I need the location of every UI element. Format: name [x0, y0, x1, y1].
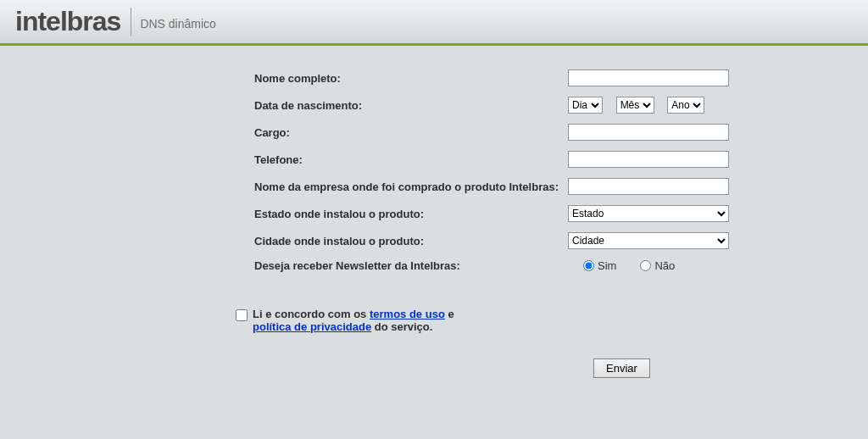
terms-suffix: do serviço. — [371, 320, 432, 333]
label-empresa: Nome da empresa onde foi comprado o prod… — [254, 181, 568, 193]
label-nome: Nome completo: — [254, 72, 568, 85]
input-telefone[interactable] — [568, 151, 729, 168]
radio-nao-item[interactable]: Não — [640, 259, 675, 272]
link-politica-privacidade[interactable]: política de privacidade — [253, 320, 371, 333]
label-cargo: Cargo: — [254, 126, 568, 139]
label-telefone: Telefone: — [254, 153, 568, 166]
select-ano[interactable]: Ano — [667, 97, 704, 114]
row-nome: Nome completo: — [254, 69, 868, 86]
radio-nao-label: Não — [654, 259, 675, 272]
submit-button[interactable]: Enviar — [593, 358, 650, 378]
input-cargo[interactable] — [568, 124, 729, 141]
row-cargo: Cargo: — [254, 124, 868, 141]
radio-sim-label: Sim — [598, 259, 616, 272]
select-mes[interactable]: Mês — [616, 97, 654, 114]
submit-row: Enviar — [254, 358, 868, 378]
row-data-nascimento: Data de nascimento: Dia Mês Ano — [254, 97, 868, 114]
label-estado: Estado onde instalou o produto: — [254, 208, 568, 220]
form-area: Nome completo: Data de nascimento: Dia M… — [0, 46, 868, 378]
input-empresa[interactable] — [568, 178, 729, 195]
label-cidade: Cidade onde instalou o produto: — [254, 235, 568, 247]
row-telefone: Telefone: — [254, 151, 868, 168]
row-empresa: Nome da empresa onde foi comprado o prod… — [254, 178, 868, 195]
logo-separator — [131, 8, 131, 36]
row-newsletter: Deseja receber Newsletter da Intelbras: … — [254, 259, 868, 272]
label-newsletter: Deseja receber Newsletter da Intelbras: — [254, 259, 568, 272]
terms-row: Li e concordo com os termos de uso e pol… — [236, 308, 868, 333]
select-dia[interactable]: Dia — [568, 97, 603, 114]
label-data-nascimento: Data de nascimento: — [254, 99, 568, 112]
radio-nao[interactable] — [640, 260, 651, 271]
select-cidade[interactable]: Cidade — [568, 232, 729, 249]
radio-sim-item[interactable]: Sim — [583, 259, 616, 272]
terms-prefix: Li e concordo com os — [253, 308, 370, 320]
newsletter-radio-group: Sim Não — [568, 259, 675, 272]
checkbox-terms[interactable] — [236, 309, 248, 321]
page-subtitle: DNS dinâmico — [140, 17, 215, 31]
header: intelbras DNS dinâmico — [0, 0, 868, 46]
select-estado[interactable]: Estado — [568, 205, 729, 222]
link-termos-uso[interactable]: termos de uso — [370, 308, 445, 320]
radio-sim[interactable] — [583, 260, 594, 271]
brand-logo: intelbras — [15, 6, 120, 37]
input-nome[interactable] — [568, 69, 729, 86]
terms-text: Li e concordo com os termos de uso e pol… — [253, 308, 454, 333]
row-estado: Estado onde instalou o produto: Estado — [254, 205, 868, 222]
row-cidade: Cidade onde instalou o produto: Cidade — [254, 232, 868, 249]
terms-middle: e — [445, 308, 454, 320]
